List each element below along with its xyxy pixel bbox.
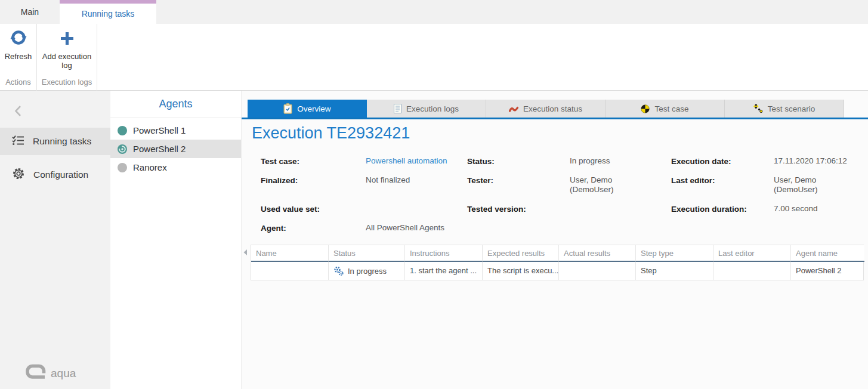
tab-execution-logs[interactable]: Execution logs	[367, 100, 486, 118]
test-case-link[interactable]: Powershell automation	[366, 156, 467, 166]
aqua-logo: aqua	[25, 364, 76, 383]
field-label-finalized: Finalized:	[261, 175, 366, 186]
field-label-test-case: Test case:	[261, 156, 366, 167]
ribbon: Main Running tasks Re	[0, 0, 868, 91]
collapse-sidebar-button[interactable]	[13, 104, 23, 121]
add-execution-log-button[interactable]: Add execution log	[41, 29, 93, 70]
group-label-actions: Actions	[0, 75, 36, 91]
cell-status: In progress	[329, 262, 405, 280]
refresh-icon	[10, 29, 27, 49]
agent-label: Ranorex	[133, 162, 167, 172]
agent-online-icon	[118, 126, 127, 135]
sidebar-item-configuration[interactable]: Configuration	[0, 161, 110, 189]
agent-running-spinner-icon	[118, 144, 127, 154]
field-label-execution-duration: Execution duration:	[671, 204, 774, 215]
agent-label: PowerShell 2	[133, 144, 186, 154]
field-label-last-editor: Last editor:	[671, 175, 774, 186]
collapse-panel-arrow[interactable]	[243, 248, 248, 258]
cell-name	[251, 262, 329, 280]
field-label-execution-date: Execution date:	[671, 156, 774, 167]
tab-label: Overview	[297, 104, 330, 113]
field-value-tester: User, Demo (DemoUser)	[570, 175, 637, 194]
field-label-tester: Tester:	[467, 175, 570, 186]
agent-row-ranorex[interactable]: Ranorex	[110, 158, 241, 177]
field-value-status: In progress	[570, 156, 671, 166]
content-tab-strip: Overview Execution logs Execution sta	[248, 100, 844, 118]
tab-overview[interactable]: Overview	[248, 100, 367, 118]
gear-icon	[12, 167, 25, 183]
chevron-left-icon	[13, 110, 23, 120]
content-area: Overview Execution logs Execution sta	[242, 91, 868, 389]
toolbar-group-actions: Refresh Actions	[0, 24, 37, 91]
agents-list: PowerShell 1 PowerShell 2 Ranorex	[110, 121, 241, 177]
column-header-actual-results[interactable]: Actual results	[559, 245, 636, 262]
cell-last-editor	[713, 262, 791, 280]
clipboard-icon	[283, 103, 292, 114]
sidebar-item-label: Running tasks	[33, 136, 91, 147]
ribbon-tab-running-tasks[interactable]: Running tasks	[60, 0, 156, 24]
cell-status-label: In progress	[348, 263, 387, 280]
ribbon-tab-main[interactable]: Main	[0, 0, 60, 24]
tab-label: Test case	[654, 104, 688, 113]
tab-test-case[interactable]: Test case	[606, 100, 725, 118]
execution-details: Test case: Powershell automation Status:…	[261, 156, 868, 242]
column-header-step-type[interactable]: Step type	[636, 245, 713, 262]
column-header-instructions[interactable]: Instructions	[405, 245, 483, 262]
agent-row-powershell-2[interactable]: PowerShell 2	[110, 140, 241, 158]
tab-test-scenario[interactable]: Test scenario	[725, 100, 844, 118]
agent-label: PowerShell 1	[133, 125, 186, 135]
page-title: Execution TE2932421	[252, 124, 410, 143]
tab-label: Execution status	[523, 104, 582, 113]
field-label-tested-version: Tested version:	[467, 204, 570, 215]
column-header-name[interactable]: Name	[251, 245, 329, 262]
agent-offline-icon	[118, 163, 127, 172]
sidebar: Running tasks Configuration aqua	[0, 91, 110, 389]
cell-actual-results	[559, 262, 636, 280]
column-header-status[interactable]: Status	[329, 245, 405, 262]
field-value-finalized: Not finalized	[366, 175, 467, 185]
tab-underline	[242, 118, 868, 119]
aqua-logo-icon	[25, 364, 47, 383]
status-wave-icon	[509, 105, 518, 113]
sidebar-item-label: Configuration	[33, 169, 88, 180]
sidebar-item-running-tasks[interactable]: Running tasks	[0, 128, 110, 155]
test-scenario-icon	[753, 104, 763, 113]
agents-panel-title: Agents	[110, 91, 241, 118]
triangle-left-icon	[243, 248, 248, 258]
app-window: Main Running tasks Re	[0, 0, 868, 389]
ribbon-toolbar: Refresh Actions Add execution log	[0, 24, 868, 91]
field-label-agent: Agent:	[261, 223, 366, 234]
cell-step-type: Step	[636, 262, 713, 280]
ribbon-tab-strip: Main Running tasks	[0, 0, 868, 24]
agent-row-powershell-1[interactable]: PowerShell 1	[110, 121, 241, 140]
add-execution-log-label: Add execution log	[41, 52, 93, 70]
group-label-execution-logs: Execution logs	[37, 75, 97, 91]
tab-label: Test scenario	[768, 104, 816, 113]
tab-execution-status[interactable]: Execution status	[486, 100, 606, 118]
steps-table: Name Status Instructions Expected result…	[251, 245, 864, 280]
field-label-used-value-set: Used value set:	[261, 204, 366, 215]
gears-icon	[333, 266, 344, 276]
cell-agent-name: PowerShell 2	[791, 262, 864, 280]
field-value-execution-date: 17.11.2020 17:06:12	[774, 156, 868, 166]
column-header-expected-results[interactable]: Expected results	[483, 245, 559, 262]
column-header-last-editor[interactable]: Last editor	[713, 245, 791, 262]
tab-label: Execution logs	[406, 104, 459, 113]
aqua-logo-text: aqua	[51, 367, 76, 380]
field-value-last-editor: User, Demo (DemoUser)	[774, 175, 841, 194]
agents-panel: Agents PowerShell 1 PowerShell 2 Ranore	[110, 91, 242, 389]
field-value-agent: All PowerShell Agents	[366, 223, 467, 233]
toolbar-group-execution-logs: Add execution log Execution logs	[37, 24, 97, 91]
column-header-agent-name[interactable]: Agent name	[791, 245, 864, 262]
field-label-status: Status:	[467, 156, 570, 167]
field-value-execution-duration: 7.00 second	[774, 204, 868, 214]
cell-instructions: 1. start the agent ...	[405, 262, 483, 280]
document-icon	[394, 104, 401, 113]
cell-expected-results: The script is execu...	[483, 262, 559, 280]
task-list-icon	[12, 135, 24, 149]
test-case-icon	[641, 104, 650, 113]
plus-icon	[59, 29, 75, 49]
